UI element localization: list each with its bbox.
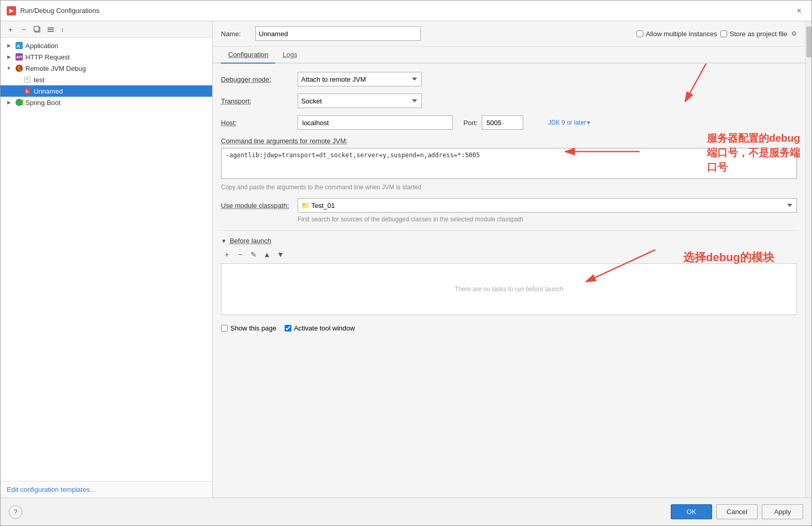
before-launch-remove-button[interactable]: − [234, 249, 246, 260]
sidebar-item-unnamed-label: Unnamed [34, 87, 63, 95]
add-config-button[interactable]: + [5, 24, 16, 35]
sidebar-item-application-label: Application [25, 42, 58, 50]
copy-config-button[interactable] [32, 24, 43, 35]
command-line-section: Command line arguments for remote JVM: -… [221, 137, 797, 191]
module-classpath-hint: First search for sources of the debugged… [221, 216, 797, 223]
sidebar-item-test[interactable]: test [1, 74, 212, 85]
svg-rect-1 [34, 26, 39, 31]
main-content: + − ↕ [1, 21, 811, 498]
port-input[interactable] [482, 115, 523, 130]
svg-text:A: A [17, 43, 20, 49]
scrollbar-thumb[interactable] [806, 26, 811, 57]
jdk-version-link[interactable]: JDK 9 or later ▾ [548, 119, 590, 126]
sidebar-item-remote-jvm-label: Remote JVM Debug [25, 65, 86, 72]
host-input[interactable] [298, 115, 453, 130]
edit-templates-link[interactable]: Edit configuration templates... [7, 486, 95, 493]
config-body: Debugger mode: Attach to remote JVM List… [213, 64, 805, 498]
transport-select-wrapper: Socket Shared memory [298, 94, 422, 108]
store-project-checkbox[interactable] [720, 31, 727, 37]
cmd-hint: Copy and paste the arguments to the comm… [221, 184, 797, 191]
transport-select[interactable]: Socket Shared memory [298, 94, 422, 108]
help-button[interactable]: ? [9, 505, 22, 519]
sidebar: + − ↕ [1, 21, 213, 498]
store-project-checkbox-item: Store as project file [720, 30, 787, 38]
gear-icon[interactable]: ⚙ [791, 30, 797, 37]
sidebar-item-remote-jvm[interactable]: ▼ 🐛 Remote JVM Debug [1, 63, 212, 74]
before-launch-collapse-icon[interactable]: ▼ [221, 238, 227, 244]
activate-window-checkbox[interactable] [285, 325, 291, 332]
sidebar-item-http-request[interactable]: ▶ API HTTP Request [1, 51, 212, 63]
apply-button[interactable]: Apply [762, 504, 803, 519]
svg-rect-3 [48, 29, 54, 30]
svg-rect-4 [48, 31, 54, 32]
tab-configuration[interactable]: Configuration [221, 47, 275, 64]
unnamed-config-icon: b [23, 87, 32, 95]
bottom-checkboxes: Show this page Activate tool window [221, 321, 797, 335]
name-input[interactable] [255, 26, 421, 41]
footer-right: OK Cancel Apply [671, 504, 803, 519]
before-launch-add-button[interactable]: + [221, 249, 232, 260]
sidebar-item-spring-boot[interactable]: ▶ 🌿 Spring Boot [1, 97, 212, 108]
config-tree: ▶ A Application ▶ API HTTP Request ▼ [1, 38, 212, 481]
cancel-button[interactable]: Cancel [716, 504, 758, 519]
remote-jvm-type-icon: 🐛 [15, 64, 23, 72]
cmd-textarea[interactable]: -agentlib:jdwp=transport=dt_socket,serve… [221, 148, 797, 179]
allow-multiple-label: Allow multiple instances [646, 30, 717, 38]
no-tasks-label: There are no tasks to run before launch [454, 285, 563, 293]
debugger-mode-row: Debugger mode: Attach to remote JVM List… [221, 72, 797, 86]
host-port-row: Host: Port: JDK 9 or later ▾ [221, 115, 797, 130]
sidebar-item-unnamed[interactable]: b Unnamed [1, 85, 212, 97]
name-label: Name: [221, 30, 247, 38]
show-page-checkbox-item: Show this page [221, 324, 276, 332]
close-button[interactable]: × [793, 5, 805, 17]
application-type-icon: A [15, 41, 23, 50]
remove-config-button[interactable]: − [18, 24, 29, 35]
before-launch-header: ▼ Before launch [221, 237, 797, 245]
tab-logs[interactable]: Logs [275, 47, 304, 64]
sort-config-button[interactable]: ↕ [58, 24, 70, 35]
host-label: Host: [221, 119, 293, 127]
svg-text:🐛: 🐛 [17, 65, 23, 72]
module-classpath-row: Use module classpath: 📁 Test_01 [221, 198, 797, 213]
sidebar-toolbar: + − ↕ [1, 21, 212, 38]
test-config-icon [23, 76, 32, 84]
run-debug-dialog: ▶ Run/Debug Configurations × + − [0, 0, 812, 526]
http-type-icon: API [15, 53, 23, 61]
dialog-title: Run/Debug Configurations [20, 7, 99, 14]
sidebar-footer: Edit configuration templates... [1, 481, 212, 498]
title-bar: ▶ Run/Debug Configurations × [1, 1, 811, 21]
debugger-mode-select[interactable]: Attach to remote JVM Listen to remote JV… [298, 72, 422, 86]
before-launch-title: Before launch [230, 237, 271, 245]
svg-text:🌿: 🌿 [18, 99, 24, 106]
sidebar-item-spring-label: Spring Boot [25, 99, 61, 107]
cmd-label: Command line arguments for remote JVM: [221, 137, 797, 145]
jdk-chevron-icon: ▾ [587, 119, 590, 126]
spacer-test [13, 76, 21, 84]
footer-left: ? [9, 505, 22, 519]
sidebar-item-application[interactable]: ▶ A Application [1, 40, 212, 51]
tabs-bar: Configuration Logs [213, 47, 805, 64]
expand-icon-spring[interactable]: ▶ [5, 98, 13, 107]
activate-window-checkbox-item: Activate tool window [285, 324, 355, 332]
before-launch-move-up-button[interactable]: ▲ [261, 249, 273, 260]
module-classpath-select[interactable]: 📁 Test_01 [298, 198, 797, 213]
expand-icon-application[interactable]: ▶ [5, 41, 13, 50]
before-launch-move-down-button[interactable]: ▼ [275, 249, 286, 260]
transport-row: Transport: Socket Shared memory [221, 94, 797, 108]
scrollbar[interactable] [805, 21, 811, 498]
show-page-label: Show this page [230, 324, 276, 332]
move-config-button[interactable] [45, 24, 56, 35]
svg-text:b: b [26, 89, 28, 94]
sidebar-item-http-label: HTTP Request [25, 53, 70, 61]
before-launch-edit-button[interactable]: ✎ [248, 249, 259, 260]
expand-icon-remote[interactable]: ▼ [5, 64, 13, 72]
before-launch-section: ▼ Before launch + − ✎ ▲ ▼ There are no t… [221, 230, 797, 315]
ok-button[interactable]: OK [671, 504, 712, 519]
debugger-mode-select-wrapper: Attach to remote JVM Listen to remote JV… [298, 72, 422, 86]
allow-multiple-checkbox[interactable] [637, 31, 643, 37]
expand-icon-http[interactable]: ▶ [5, 53, 13, 61]
show-page-checkbox[interactable] [221, 325, 228, 332]
svg-text:API: API [16, 55, 22, 59]
port-label: Port: [457, 119, 478, 127]
checkbox-group: Allow multiple instances Store as projec… [637, 30, 797, 38]
